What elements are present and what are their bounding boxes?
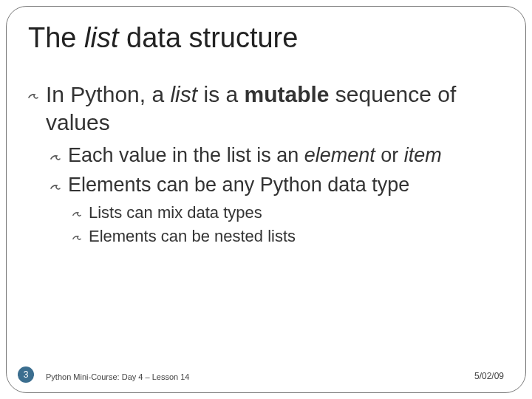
footer: 3 Python Mini-Course: Day 4 – Lesson 14 … xyxy=(0,366,532,384)
course-label: Python Mini-Course: Day 4 – Lesson 14 xyxy=(46,372,189,381)
b1-mid: is a xyxy=(197,82,244,106)
b1-pre: In Python, a xyxy=(46,82,170,106)
b1-italic: list xyxy=(170,82,197,106)
bullet-level2: Each value in the list is an element or … xyxy=(50,143,504,168)
b2a-it2: item xyxy=(404,144,442,166)
b1-bold: mutable xyxy=(244,82,329,106)
b2a-mid: or xyxy=(375,144,404,166)
bullet-level1: In Python, a list is a mutable sequence … xyxy=(28,81,504,136)
bullet-level3: Lists can mix data types xyxy=(72,202,504,224)
bullet-level3: Elements can be nested lists xyxy=(72,226,504,248)
title-post: data structure xyxy=(119,22,299,53)
slide-title: The list data structure xyxy=(28,22,504,54)
b2b: Elements can be any Python data type xyxy=(68,174,409,196)
page-number-badge: 3 xyxy=(18,366,34,383)
date-label: 5/02/09 xyxy=(474,371,504,381)
b2a-pre: Each value in the list is an xyxy=(68,144,304,166)
slide-content: The list data structure In Python, a lis… xyxy=(28,22,504,250)
b3a: Lists can mix data types xyxy=(89,203,262,222)
title-pre: The xyxy=(28,22,84,53)
b2a-it1: element xyxy=(304,144,375,166)
title-italic: list xyxy=(84,22,118,53)
bullet-level2: Elements can be any Python data type xyxy=(50,173,504,198)
b3b: Elements can be nested lists xyxy=(89,227,296,245)
